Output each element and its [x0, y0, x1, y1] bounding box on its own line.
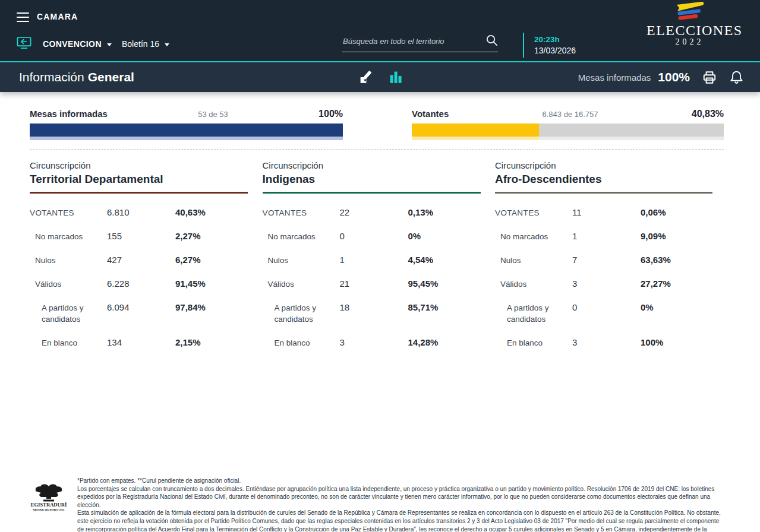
menu-icon[interactable] [17, 12, 29, 22]
column-header: Circunscripción Indigenas [263, 160, 481, 194]
row-value: 134 [107, 337, 175, 349]
table-row: VOTANTES 22 0,13% [263, 207, 481, 218]
info-bar: Información General Mesas in [0, 62, 760, 92]
colombia-flag-icon [671, 2, 708, 22]
column-kicker: Circunscripción [30, 160, 248, 170]
progress-mesas-informadas: Mesas informadas 53 de 53 100% [30, 109, 343, 140]
column-title: Territorial Departamental [30, 173, 248, 186]
table-row: Válidos 6.228 91,45% [30, 278, 248, 290]
results-table: VOTANTES 22 0,13% No marcados 0 0% Nulos… [263, 207, 481, 349]
row-label: A partidos y candidatos [263, 302, 340, 325]
table-row: Válidos 3 27,27% [495, 278, 712, 290]
row-label: Válidos [30, 278, 107, 290]
legal-notes: *Partido con empates. **Curul pendiente … [77, 477, 726, 532]
column-header: Circunscripción Afro-Descendientes [495, 160, 712, 194]
results-table: VOTANTES 6.810 40,63% No marcados 155 2,… [30, 207, 248, 349]
row-percent: 0,06% [641, 207, 712, 218]
row-percent: 0,13% [408, 207, 481, 218]
row-label: Válidos [263, 278, 340, 290]
row-percent: 14,28% [408, 337, 481, 349]
table-row: En blanco 3 100% [495, 337, 712, 349]
note-line: *Partido con empates. **Curul pendiente … [77, 477, 726, 485]
chevron-down-icon [107, 43, 112, 46]
chamber-label: CAMARA [37, 12, 78, 21]
row-value: 1 [340, 255, 408, 266]
column-header: Circunscripción Territorial Departamenta… [30, 160, 248, 194]
table-row: Nulos 427 6,27% [30, 255, 248, 266]
table-row: Nulos 1 4,54% [263, 255, 481, 266]
column-title: Afro-Descendientes [495, 173, 712, 186]
logo-title: ELECCIONES [647, 23, 733, 37]
row-percent: 100% [641, 337, 712, 349]
row-label: En blanco [263, 337, 340, 349]
note-line: Los porcentajes se calculan con truncami… [77, 485, 726, 509]
table-row: A partidos y candidatos 18 85,71% [263, 302, 481, 325]
elecciones-logo: ELECCIONES 2022 [647, 2, 733, 47]
page-title: Información General [19, 62, 134, 92]
vote-hand-icon[interactable] [358, 69, 375, 86]
table-row: A partidos y candidatos 0 0% [495, 302, 712, 325]
mesas-informadas-label: Mesas informadas [578, 72, 651, 83]
column-indigenas: Circunscripción Indigenas VOTANTES 22 0,… [263, 160, 481, 361]
registry-name: REGISTRADURÍA [30, 502, 67, 508]
row-label: Nulos [263, 255, 340, 266]
table-row: VOTANTES 11 0,06% [495, 207, 712, 218]
row-percent: 91,45% [175, 278, 248, 290]
logo-year: 2022 [647, 37, 733, 47]
main-content: Mesas informadas 53 de 53 100% Votantes … [30, 92, 724, 361]
table-row: No marcados 155 2,27% [30, 231, 248, 242]
row-label: No marcados [263, 231, 340, 242]
results-table: VOTANTES 11 0,06% No marcados 1 9,09% Nu… [495, 207, 712, 349]
footer: REGISTRADURÍA NACIONAL DEL ESTADO CIVIL … [30, 477, 731, 532]
row-value: 6.094 [107, 302, 175, 325]
page-title-bold: General [88, 70, 134, 84]
row-percent: 2,15% [175, 337, 248, 349]
note-line: Esta simulación de aplicación de la fórm… [77, 509, 726, 532]
chevron-down-icon [165, 43, 169, 46]
row-percent: 85,71% [408, 302, 481, 325]
search-box [342, 34, 498, 52]
row-label: En blanco [495, 337, 572, 349]
row-value: 21 [340, 278, 408, 290]
progress-votantes: Votantes 6.843 de 16.757 40,83% [412, 109, 724, 140]
row-label: Nulos [30, 255, 107, 266]
bulletin-dropdown[interactable]: Boletín 16 [122, 39, 169, 49]
corporation-label: CONVENCION [43, 39, 102, 49]
bar-chart-icon[interactable] [390, 70, 402, 85]
row-value: 1 [572, 231, 641, 242]
column-kicker: Circunscripción [263, 160, 481, 170]
registraduria-logo: REGISTRADURÍA NACIONAL DEL ESTADO CIVIL [30, 477, 68, 532]
row-value: 3 [572, 337, 641, 349]
circumscription-columns: Circunscripción Territorial Departamenta… [30, 160, 724, 361]
row-label: VOTANTES [263, 207, 340, 218]
progress-fill [412, 124, 539, 137]
row-percent: 9,09% [641, 231, 712, 242]
row-value: 18 [340, 302, 408, 325]
printer-icon[interactable] [702, 70, 717, 85]
mesas-informadas-value: 100% [658, 70, 690, 84]
dashed-separator [30, 149, 724, 150]
column-afro-descendientes: Circunscripción Afro-Descendientes VOTAN… [495, 160, 712, 361]
row-percent: 0% [408, 231, 481, 242]
search-icon[interactable] [485, 34, 498, 49]
row-value: 6.228 [107, 278, 175, 290]
bell-icon[interactable] [729, 69, 744, 86]
bulletin-label: Boletín 16 [122, 39, 159, 49]
column-kicker: Circunscripción [495, 160, 712, 170]
table-row: En blanco 3 14,28% [263, 337, 481, 349]
top-header: CAMARA CONVENCION Boletín 16 20:23h 13/0… [0, 0, 760, 62]
row-value: 3 [340, 337, 408, 349]
search-input[interactable] [342, 36, 485, 46]
progress-label: Mesas informadas [30, 109, 108, 119]
column-title: Indigenas [263, 173, 481, 186]
corporation-dropdown[interactable]: CONVENCION [43, 39, 112, 49]
progress-strip [30, 137, 343, 140]
row-value: 7 [572, 255, 641, 266]
row-value: 3 [572, 278, 641, 290]
progress-fill [30, 124, 343, 137]
row-label: A partidos y candidatos [30, 302, 107, 325]
row-percent: 63,63% [641, 255, 712, 266]
progress-label: Votantes [412, 109, 449, 119]
row-percent: 95,45% [408, 278, 481, 290]
monitor-back-icon[interactable] [17, 36, 31, 52]
